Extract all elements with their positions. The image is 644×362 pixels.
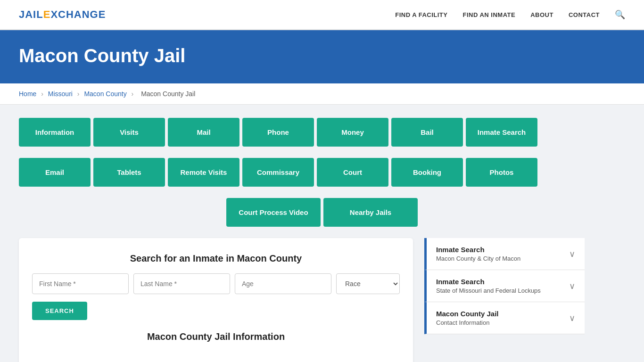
btn-booking[interactable]: Booking: [391, 158, 463, 187]
search-button[interactable]: SEARCH: [32, 302, 87, 320]
main-content: Information Visits Mail Phone Money Bail…: [0, 105, 644, 362]
nav-find-facility[interactable]: FIND A FACILITY: [395, 11, 447, 18]
btn-email[interactable]: Email: [19, 158, 91, 187]
first-name-input[interactable]: [32, 273, 129, 294]
buttons-row1: Information Visits Mail Phone Money Bail…: [19, 118, 537, 147]
breadcrumb-sep-2: ›: [77, 90, 82, 98]
search-panel: Search for an Inmate in Macon County Rac…: [19, 238, 413, 362]
search-title: Search for an Inmate in Macon County: [32, 253, 400, 264]
btn-visits[interactable]: Visits: [93, 118, 165, 147]
sidebar-item-0-title: Inmate Search: [436, 246, 520, 254]
sidebar-item-0-text: Inmate Search Macon County & City of Mac…: [436, 246, 520, 262]
content-area: Search for an Inmate in Macon County Rac…: [19, 238, 585, 362]
btn-photos[interactable]: Photos: [466, 158, 537, 187]
btn-inmate-search[interactable]: Inmate Search: [466, 118, 537, 147]
btn-remote-visits[interactable]: Remote Visits: [168, 158, 239, 187]
btn-tablets[interactable]: Tablets: [93, 158, 165, 187]
sidebar-item-1-title: Inmate Search: [436, 278, 541, 286]
buttons-row2: Email Tablets Remote Visits Commissary C…: [19, 158, 537, 187]
sidebar-item-2-subtitle: Contact Information: [436, 319, 499, 326]
sidebar-item-0[interactable]: Inmate Search Macon County & City of Mac…: [424, 238, 585, 270]
nav-find-inmate[interactable]: FIND AN INMATE: [462, 11, 515, 18]
chevron-down-icon-0: ∨: [569, 249, 575, 259]
btn-bail[interactable]: Bail: [391, 118, 463, 147]
chevron-down-icon-2: ∨: [569, 313, 575, 323]
sidebar-item-2-title: Macon County Jail: [436, 310, 499, 318]
btn-commissary[interactable]: Commissary: [242, 158, 314, 187]
sidebar-item-2[interactable]: Macon County Jail Contact Information ∨: [424, 302, 585, 334]
breadcrumb-current: Macon County Jail: [141, 90, 195, 98]
breadcrumb-missouri[interactable]: Missouri: [48, 90, 73, 98]
logo-change: XCHANGE: [50, 8, 106, 20]
race-select[interactable]: Race White Black Hispanic Asian Other: [336, 273, 400, 294]
main-nav: FIND A FACILITY FIND AN INMATE ABOUT CON…: [395, 9, 625, 20]
btn-money[interactable]: Money: [317, 118, 388, 147]
breadcrumb-macon-county[interactable]: Macon County: [84, 90, 126, 98]
breadcrumb-sep-1: ›: [41, 90, 45, 98]
search-form-row1: Race White Black Hispanic Asian Other: [32, 273, 400, 294]
sidebar-item-2-text: Macon County Jail Contact Information: [436, 310, 499, 326]
header-search-button[interactable]: 🔍: [615, 9, 625, 20]
hero-section: Macon County Jail: [0, 30, 644, 83]
nav-contact[interactable]: CONTACT: [569, 11, 600, 18]
sidebar-item-0-subtitle: Macon County & City of Macon: [436, 255, 520, 262]
sidebar-item-1[interactable]: Inmate Search State of Missouri and Fede…: [424, 270, 585, 302]
nav-about[interactable]: ABOUT: [530, 11, 553, 18]
breadcrumb-sep-3: ›: [132, 90, 136, 98]
last-name-input[interactable]: [133, 273, 230, 294]
inmate-info-title: Macon County Jail Information: [32, 331, 400, 342]
btn-nearby-jails[interactable]: Nearby Jails: [323, 198, 418, 227]
sidebar-item-1-text: Inmate Search State of Missouri and Fede…: [436, 278, 541, 294]
sidebar-item-1-subtitle: State of Missouri and Federal Lockups: [436, 287, 541, 294]
header: JAILEXCHANGE FIND A FACILITY FIND AN INM…: [0, 0, 644, 30]
page-title: Macon County Jail: [19, 45, 625, 66]
sidebar: Inmate Search Macon County & City of Mac…: [424, 238, 585, 362]
btn-phone[interactable]: Phone: [242, 118, 314, 147]
chevron-down-icon-1: ∨: [569, 281, 575, 291]
age-input[interactable]: [235, 273, 331, 294]
logo[interactable]: JAILEXCHANGE: [19, 8, 106, 21]
btn-mail[interactable]: Mail: [168, 118, 239, 147]
logo-jail: JAIL: [19, 8, 43, 20]
buttons-row3: Court Process Video Nearby Jails: [19, 198, 625, 227]
btn-court[interactable]: Court: [317, 158, 388, 187]
breadcrumb-home[interactable]: Home: [19, 90, 36, 98]
btn-court-process-video[interactable]: Court Process Video: [226, 198, 321, 227]
breadcrumb: Home › Missouri › Macon County › Macon C…: [0, 83, 644, 105]
btn-information[interactable]: Information: [19, 118, 91, 147]
logo-ex: E: [43, 8, 51, 20]
